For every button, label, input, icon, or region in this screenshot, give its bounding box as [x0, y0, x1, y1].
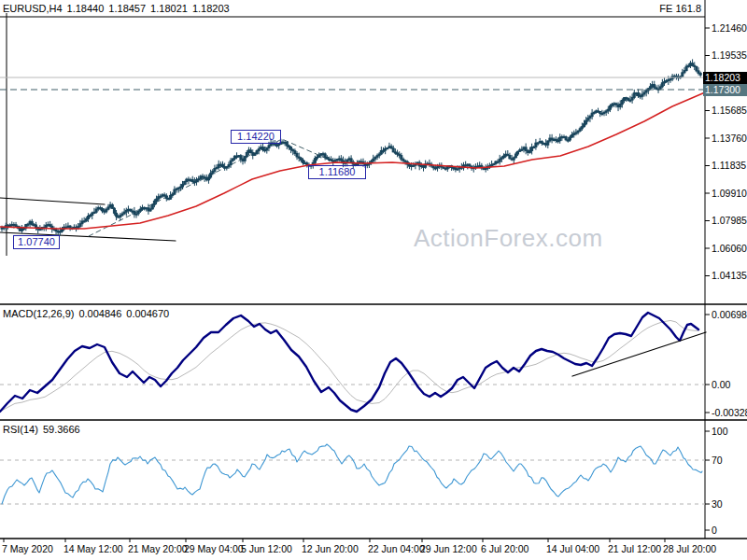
- main-chart-surface[interactable]: [0, 0, 705, 304]
- time-axis-label: 22 Jun 04:00: [368, 543, 425, 554]
- swing-low-mid-annotation[interactable]: 1.11680: [308, 165, 366, 179]
- swing-high-annotation[interactable]: 1.14220: [231, 130, 281, 144]
- time-axis-label: 7 May 2020: [2, 543, 53, 554]
- current-price-tag: 1.18203: [703, 72, 747, 84]
- time-axis-label: 6 Jul 20:00: [481, 543, 529, 554]
- price-axis-label: 1.04135: [712, 270, 747, 281]
- rsi-axis-label: 0: [712, 525, 717, 536]
- price-axis-label: 1.06060: [712, 243, 747, 254]
- time-axis-label: 5 Jun 12:00: [241, 543, 292, 554]
- price-axis-label: 1.19535: [712, 49, 747, 61]
- macd-axis-label: -0.00328: [712, 407, 747, 418]
- time-axis-label: 21 Jul 12:00: [608, 543, 661, 554]
- rsi-axis-label: 100: [712, 426, 728, 437]
- support-level-tag: 1.17300: [703, 84, 747, 96]
- time-axis-label: 21 May 20:00: [128, 543, 188, 554]
- price-axis-label: 1.15685: [712, 105, 747, 116]
- swing-low-left-annotation[interactable]: 1.07740: [13, 235, 60, 249]
- mt4-chart-window: EURUSD,H41.184401.184571.180211.18203 FE…: [0, 0, 747, 560]
- price-axis-label: 1.09910: [712, 188, 747, 199]
- time-axis-label: 29 Jun 12:00: [420, 543, 477, 554]
- macd-axis-label: 0.006984: [712, 309, 747, 320]
- chart-canvas[interactable]: 1.214601.195351.176101.156851.137601.118…: [0, 0, 747, 560]
- price-axis-label: 1.11835: [712, 160, 746, 171]
- time-axis-label: 29 May 04:00: [184, 543, 244, 554]
- time-axis-label: 28 Jul 20:00: [663, 543, 716, 554]
- time-axis-label: 14 Jul 04:00: [546, 543, 599, 554]
- price-axis-label: 1.21460: [712, 22, 747, 34]
- rsi-axis-label: 30: [712, 498, 723, 510]
- rsi-axis-label: 70: [712, 455, 723, 466]
- time-axis-label: 14 May 12:00: [63, 543, 123, 554]
- price-axis-label: 1.07985: [712, 215, 747, 226]
- time-axis-label: 12 Jun 20:00: [302, 543, 359, 554]
- macd-axis-label: 0.00: [712, 379, 731, 390]
- price-axis-label: 1.13760: [712, 133, 747, 144]
